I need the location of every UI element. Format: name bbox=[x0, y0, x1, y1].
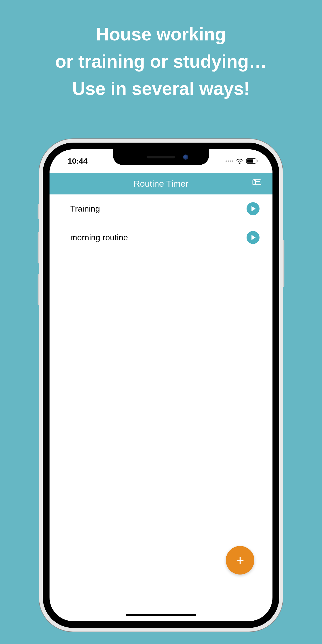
promo-line-3: Use in several ways! bbox=[0, 75, 322, 102]
promo-headline: House working or training or studying… U… bbox=[0, 0, 322, 102]
phone-side-button bbox=[283, 240, 284, 287]
promo-line-2: or training or studying… bbox=[0, 48, 322, 75]
speaker bbox=[147, 156, 175, 158]
front-camera bbox=[183, 155, 188, 160]
promo-line-1: House working bbox=[0, 21, 322, 48]
phone-bezel: 10:44 bbox=[43, 143, 279, 628]
mailbox-icon bbox=[252, 179, 262, 187]
status-right bbox=[226, 158, 258, 164]
list-item[interactable]: Training bbox=[50, 194, 272, 223]
routine-label: morning routine bbox=[70, 233, 128, 242]
phone-frame: 10:44 bbox=[39, 139, 283, 632]
play-button[interactable] bbox=[247, 231, 260, 244]
routines-list: Training morning routine bbox=[50, 194, 272, 252]
phone-side-button bbox=[38, 232, 39, 263]
routine-label: Training bbox=[70, 204, 100, 214]
wifi-icon bbox=[236, 158, 243, 164]
svg-point-0 bbox=[239, 163, 240, 164]
home-indicator[interactable] bbox=[126, 614, 196, 616]
svg-rect-3 bbox=[257, 160, 257, 162]
svg-rect-4 bbox=[256, 181, 260, 182]
mailbox-button[interactable] bbox=[252, 179, 262, 188]
clock: 10:44 bbox=[68, 157, 88, 165]
play-icon bbox=[251, 235, 256, 240]
play-button[interactable] bbox=[247, 202, 260, 215]
play-icon bbox=[251, 206, 256, 211]
phone-side-button bbox=[38, 204, 39, 219]
phone-side-button bbox=[38, 274, 39, 305]
svg-rect-2 bbox=[247, 159, 253, 163]
list-item[interactable]: morning routine bbox=[50, 223, 272, 252]
page-title: Routine Timer bbox=[134, 179, 188, 189]
plus-icon: + bbox=[236, 553, 244, 567]
screen: 10:44 bbox=[50, 149, 272, 621]
app-header: Routine Timer bbox=[50, 173, 272, 194]
cellular-icon bbox=[226, 160, 233, 162]
battery-icon bbox=[246, 158, 258, 164]
add-button[interactable]: + bbox=[226, 546, 254, 575]
notch bbox=[113, 149, 209, 165]
